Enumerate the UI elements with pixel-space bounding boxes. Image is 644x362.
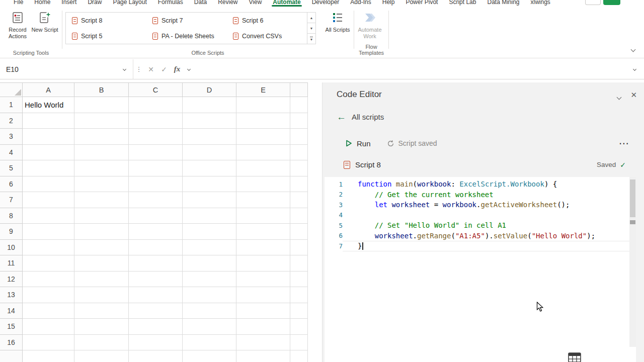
tab-developer[interactable]: Developer [306,0,345,7]
row-header-11[interactable]: 11 [0,255,23,272]
select-all-corner[interactable] [0,82,23,97]
cell-C15[interactable] [129,319,183,335]
cell-A11[interactable] [23,255,74,272]
cell-B12[interactable] [74,272,129,288]
automate-work-button[interactable]: Automate Work [356,10,383,40]
chevron-down-icon[interactable] [184,59,194,79]
cell-D7[interactable] [183,192,236,208]
cell-E1[interactable] [236,97,290,113]
cell-D17[interactable] [183,350,236,362]
cell-A9[interactable] [23,224,74,240]
cell-B9[interactable] [74,224,129,240]
cell-B11[interactable] [74,255,129,272]
cell-D2[interactable] [183,113,236,129]
cell-A6[interactable] [23,176,74,193]
cell-B2[interactable] [74,113,129,129]
cell-A14[interactable] [23,303,74,319]
row-header-3[interactable]: 3 [0,129,23,145]
cell-C14[interactable] [129,303,183,319]
row-header-2[interactable]: 2 [0,113,23,129]
editor-scrollbar[interactable] [629,177,636,347]
row-header-1[interactable]: 1 [0,97,23,113]
cell-C6[interactable] [129,176,183,193]
cancel-entry-button[interactable]: ✕ [144,59,157,79]
formula-bar-handle-icon[interactable]: ⋮ [133,59,144,79]
cell-D3[interactable] [183,129,236,145]
share-button[interactable] [603,0,620,5]
tab-page-layout[interactable]: Page Layout [107,0,152,7]
row-header-7[interactable]: 7 [0,192,23,208]
record-actions-button[interactable]: Record Actions [4,10,31,40]
cell-D11[interactable] [183,255,236,272]
cell-D4[interactable] [183,145,236,161]
cell-D14[interactable] [183,303,236,319]
gallery-scroll-down-button[interactable]: ▼ [307,23,315,34]
cell-E8[interactable] [236,208,290,224]
back-to-all-scripts[interactable]: ← All scripts [337,113,384,121]
row-header-10[interactable]: 10 [0,240,23,256]
collapse-pane-chevron-icon[interactable] [617,92,621,101]
row-header-5[interactable]: 5 [0,160,23,176]
cell-B13[interactable] [74,287,129,303]
cell-E9[interactable] [236,224,290,240]
cell-C7[interactable] [129,192,183,208]
cell-C1[interactable] [129,97,183,113]
tab-add-ins[interactable]: Add-Ins [345,0,376,7]
cell-C2[interactable] [129,113,183,129]
code-line-5[interactable]: 5 // Set "Hello World" in cell A1 [325,220,629,231]
tab-help[interactable]: Help [377,0,400,7]
cell-D12[interactable] [183,272,236,288]
cell-A2[interactable] [23,113,74,129]
cell-D9[interactable] [183,224,236,240]
row-header-14[interactable]: 14 [0,303,23,319]
cell-B14[interactable] [74,303,129,319]
cell-D6[interactable] [183,176,236,193]
cell-A10[interactable] [23,240,74,256]
cell-C16[interactable] [129,335,183,351]
cell-B7[interactable] [74,192,129,208]
script-item[interactable]: Script 8 [68,13,149,28]
cell-E3[interactable] [236,129,290,145]
cell-C12[interactable] [129,272,183,288]
cell-E17[interactable] [236,350,290,362]
cell-C13[interactable] [129,287,183,303]
cell-E2[interactable] [236,113,290,129]
cell-C8[interactable] [129,208,183,224]
cell-D15[interactable] [183,319,236,335]
cell-B4[interactable] [74,145,129,161]
script-item[interactable]: Script 6 [229,13,310,28]
tab-draw[interactable]: Draw [82,0,107,7]
row-header-16[interactable]: 16 [0,335,23,351]
cell-B6[interactable] [74,176,129,193]
script-item[interactable]: Script 7 [149,13,229,28]
name-box[interactable]: E10 [0,59,133,79]
cell-D5[interactable] [183,160,236,176]
cell-B8[interactable] [74,208,129,224]
cell-A4[interactable] [23,145,74,161]
confirm-entry-button[interactable]: ✓ [157,59,171,79]
close-pane-icon[interactable]: ✕ [630,90,637,100]
cell-A16[interactable] [23,335,74,351]
cell-C4[interactable] [129,145,183,161]
insert-function-button[interactable]: fx [171,59,184,79]
cell-A7[interactable] [23,192,74,208]
tab-data-mining[interactable]: Data Mining [481,0,525,7]
cell-B1[interactable] [74,97,129,113]
cell-B16[interactable] [74,335,129,351]
comments-button[interactable] [585,0,601,5]
cell-B3[interactable] [74,129,129,145]
cell-D13[interactable] [183,287,236,303]
expand-formula-bar-chevron-icon[interactable] [625,59,644,79]
cell-D8[interactable] [183,208,236,224]
code-line-4[interactable]: 4 [325,210,629,221]
cell-A3[interactable] [23,129,74,145]
code-line-2[interactable]: 2 // Get the current worksheet [325,190,629,200]
cell-E14[interactable] [236,303,290,319]
gallery-scroll-up-button[interactable]: ▲ [307,13,315,23]
column-header-B[interactable]: B [74,82,129,97]
cell-E6[interactable] [236,176,290,193]
script-item[interactable]: PA - Delete Sheets [149,28,229,44]
row-header-12[interactable]: 12 [0,272,23,288]
column-header-D[interactable]: D [183,82,236,97]
script-item[interactable]: Script 5 [68,28,149,44]
